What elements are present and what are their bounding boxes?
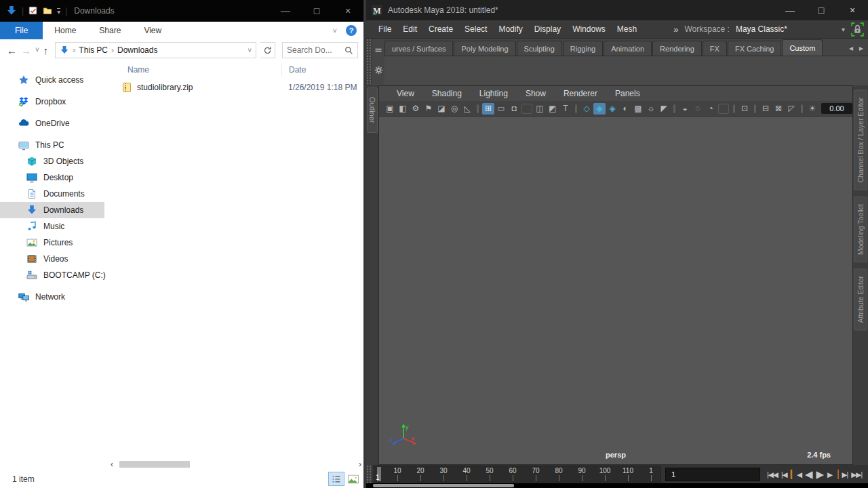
sidebar-item-downloads[interactable]: Downloads <box>0 202 104 218</box>
tab-modeling-toolkit[interactable]: Modeling Toolkit <box>854 197 867 262</box>
viewport-menu-lighting[interactable]: Lighting <box>479 89 508 98</box>
maya-titlebar[interactable]: M Autodesk Maya 2018: untitled* — □ × <box>366 0 868 20</box>
grid-icon[interactable]: ⊞ <box>482 103 494 115</box>
shelf-tab-animation[interactable]: Animation <box>604 41 652 56</box>
current-frame-field[interactable]: 1 <box>665 468 760 481</box>
sidebar-item-documents[interactable]: Documents <box>0 186 108 202</box>
refresh-button[interactable] <box>260 42 275 58</box>
file-row-studiolibrary-zip[interactable]: studiolibrary.zip1/26/2019 1:18 PM <box>108 79 363 96</box>
close-button[interactable]: × <box>332 0 363 22</box>
shelf-tab-sculpting[interactable]: Sculpting <box>517 41 562 56</box>
shelf-settings-gear-icon[interactable] <box>374 66 383 75</box>
up-button[interactable]: ↑ <box>43 45 49 56</box>
shelf-menu-icon[interactable] <box>374 46 382 54</box>
forward-button[interactable]: → <box>21 45 31 56</box>
play-backward-button[interactable]: ◀ <box>804 467 814 482</box>
tab-channel-box-layer-editor[interactable]: Channel Box / Layer Editor <box>854 90 867 190</box>
film-gate-icon[interactable]: ▭ <box>495 103 507 115</box>
resolution-gate-icon[interactable]: ◘ <box>508 103 520 115</box>
horizontal-scrollbar[interactable]: ‹ › <box>108 459 363 470</box>
render-blank-toggle[interactable] <box>718 104 729 114</box>
minimize-button[interactable]: — <box>270 0 301 22</box>
recent-locations-icon[interactable]: ˅ <box>35 47 39 54</box>
column-header-date[interactable]: Date <box>281 64 363 76</box>
step-forward-frame-button[interactable]: ▶| <box>840 467 849 482</box>
qat-properties-icon[interactable] <box>28 6 38 16</box>
ribbon-tab-file[interactable]: File <box>0 22 43 39</box>
back-button[interactable]: ← <box>7 45 17 56</box>
sidebar-item-3d-objects[interactable]: 3D Objects <box>0 153 108 169</box>
go-to-end-button[interactable]: ▶▶| <box>850 467 863 482</box>
xray-icon[interactable]: ⊟ <box>760 103 772 115</box>
antialias-icon[interactable]: ◔ <box>705 103 717 115</box>
breadcrumb-downloads[interactable]: Downloads <box>117 45 157 55</box>
image-plane-icon[interactable]: ◪ <box>435 103 448 115</box>
workspace-dropdown-icon[interactable]: ▾ <box>842 26 845 33</box>
viewport-menu-renderer[interactable]: Renderer <box>564 89 597 98</box>
pan-zoom-icon[interactable]: ◎ <box>448 103 460 115</box>
exposure-value-field[interactable]: 0.00 <box>821 103 852 114</box>
field-chart-icon[interactable]: ◩ <box>547 103 559 115</box>
shelf-tab-custom[interactable]: Custom <box>782 39 823 56</box>
gate-mask-icon[interactable]: ◫ <box>534 103 546 115</box>
viewport-panel[interactable]: ViewShadingLightingShowRendererPanels ▣◧… <box>378 85 853 465</box>
play-forward-button[interactable]: ▶ <box>815 467 826 482</box>
safe-title-icon[interactable]: T <box>559 103 572 115</box>
maximize-button[interactable]: □ <box>806 0 837 20</box>
help-icon[interactable]: ? <box>346 25 357 36</box>
menu-file[interactable]: File <box>378 24 391 34</box>
lock-camera-icon[interactable]: ◧ <box>397 103 409 115</box>
workspace-expand-icon[interactable]: » <box>673 24 678 35</box>
sidebar-item-dropbox[interactable]: Dropbox <box>0 94 108 110</box>
bookmarks-icon[interactable]: ⚑ <box>422 103 435 115</box>
sidebar-item-music[interactable]: Music <box>0 218 108 235</box>
sidebar-item-desktop[interactable]: Desktop <box>0 169 108 186</box>
shaded-icon[interactable]: ◆ <box>593 103 606 115</box>
shelf-drag-handle[interactable] <box>366 39 372 85</box>
sidebar-item-network[interactable]: Network <box>0 289 108 305</box>
details-view-button[interactable] <box>329 472 344 485</box>
shelf-tab-rendering[interactable]: Rendering <box>652 41 702 56</box>
shelf-tab-urves-surfaces[interactable]: urves / Surfaces <box>384 41 453 56</box>
time-slider[interactable]: 1 1020304050607080901001101 <box>374 466 661 483</box>
shadows-icon[interactable]: ◤ <box>658 103 670 115</box>
qat-new-folder-icon[interactable] <box>43 6 52 16</box>
textured-icon[interactable]: ◈ <box>606 103 618 115</box>
address-bar[interactable]: › This PC › Downloads ˅ <box>55 42 256 58</box>
go-to-start-button[interactable]: |◀◀ <box>766 467 779 482</box>
menu-mesh[interactable]: Mesh <box>617 24 637 34</box>
menu-create[interactable]: Create <box>429 24 453 34</box>
sidebar-item-bootcamp-c[interactable]: BOOTCAMP (C:) <box>0 267 108 283</box>
scrollbar-thumb[interactable] <box>119 461 190 468</box>
scroll-right-icon[interactable]: › <box>357 460 363 469</box>
maximize-button[interactable]: □ <box>301 0 332 22</box>
shelf-tab-poly-modeling[interactable]: Poly Modeling <box>454 41 515 56</box>
menu-display[interactable]: Display <box>534 24 561 34</box>
shelf-tab-rigging[interactable]: Rigging <box>563 41 603 56</box>
select-camera-icon[interactable]: ▣ <box>384 103 396 115</box>
menu-select[interactable]: Select <box>465 24 487 34</box>
file-list-pane[interactable]: Name Date studiolibrary.zip1/26/2019 1:1… <box>108 61 363 458</box>
xray-joints-icon[interactable]: ⊠ <box>772 103 785 115</box>
shelf-scroll-right-icon[interactable]: ▸ <box>859 43 863 53</box>
exposure-icon[interactable]: ☀ <box>806 103 818 115</box>
step-forward-key-button[interactable]: ▶▕ <box>826 467 840 482</box>
close-button[interactable]: × <box>837 0 868 20</box>
motion-blur-icon[interactable]: ◌ <box>692 103 704 115</box>
address-dropdown-icon[interactable]: ˅ <box>248 47 252 54</box>
scroll-left-icon[interactable]: ‹ <box>108 460 115 469</box>
viewport-menu-shading[interactable]: Shading <box>432 89 462 98</box>
breadcrumb-this-pc[interactable]: This PC <box>79 45 108 55</box>
step-back-frame-button[interactable]: |◀ <box>780 467 789 482</box>
ribbon-tab-view[interactable]: View <box>132 22 173 39</box>
ribbon-collapse-icon[interactable]: ˅ <box>333 26 337 35</box>
use-default-material-icon[interactable]: ◐ <box>619 103 631 115</box>
range-slider[interactable] <box>373 484 514 487</box>
menu-windows[interactable]: Windows <box>572 24 606 34</box>
sidebar-item-onedrive[interactable]: OneDrive <box>0 115 108 131</box>
menu-edit[interactable]: Edit <box>403 24 417 34</box>
ribbon-tab-home[interactable]: Home <box>43 22 87 39</box>
step-back-key-button[interactable]: ▎◀ <box>789 467 803 482</box>
column-header-name[interactable]: Name <box>108 65 281 75</box>
checker-material-icon[interactable]: ▩ <box>632 103 644 115</box>
